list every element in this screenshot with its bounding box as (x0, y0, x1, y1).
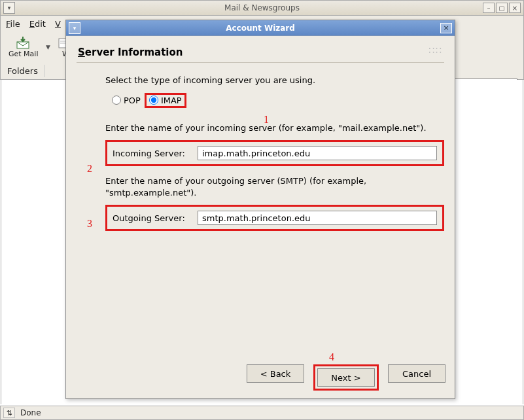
account-wizard-dialog: ▾ Account Wizard × Server Information ∷∷… (65, 20, 455, 399)
loading-indicator-icon: ∷∷ (428, 45, 443, 56)
statusbar: ⇅ Done (0, 406, 524, 420)
main-titlebar: ▾ Mail & Newsgroups – ▢ × (0, 0, 524, 16)
annotation-2: 2 (87, 163, 92, 175)
main-window-title: Mail & Newsgroups (1, 3, 523, 12)
close-button[interactable]: × (509, 3, 521, 13)
dialog-footer: < Back Next > Cancel (247, 364, 445, 391)
incoming-type-instruction: Select the type of incoming server you a… (105, 75, 444, 86)
get-mail-button[interactable]: Get Mail (5, 35, 42, 60)
annotation-4: 4 (329, 351, 334, 363)
dialog-titlebar: ▾ Account Wizard × (66, 20, 455, 36)
imap-radio-option[interactable]: IMAP (147, 95, 184, 106)
back-button[interactable]: < Back (247, 364, 304, 383)
cancel-button[interactable]: Cancel (388, 364, 445, 383)
incoming-server-input[interactable] (198, 146, 437, 160)
maximize-button[interactable]: ▢ (496, 3, 508, 13)
annotation-box-4: Next > (313, 364, 379, 391)
menu-edit[interactable]: Edit (29, 19, 46, 29)
pop-radio[interactable] (112, 96, 121, 105)
annotation-box-1: IMAP (145, 93, 186, 108)
online-status-icon[interactable]: ⇅ (3, 408, 15, 418)
menu-file[interactable]: File (6, 19, 20, 29)
status-text: Done (20, 408, 41, 417)
pop-radio-option[interactable]: POP (112, 96, 141, 105)
outgoing-server-input[interactable] (198, 211, 437, 225)
menu-view-partial[interactable]: V (55, 19, 61, 29)
next-button[interactable]: Next > (317, 368, 375, 387)
section-heading: Server Information (77, 46, 444, 58)
outgoing-server-instruction: Enter the name of your outgoing server (… (105, 175, 444, 198)
incoming-server-row: Incoming Server: (105, 140, 444, 166)
annotation-3: 3 (87, 218, 92, 230)
incoming-server-instruction: Enter the name of your incoming server (… (105, 122, 444, 134)
dialog-title: Account Wizard (66, 24, 455, 33)
minimize-button[interactable]: – (483, 3, 495, 13)
separator (77, 62, 444, 63)
outgoing-server-row: Outgoing Server: (105, 205, 444, 231)
incoming-server-label: Incoming Server: (113, 149, 191, 158)
mail-download-icon (16, 37, 31, 50)
dialog-close-button[interactable]: × (440, 23, 452, 33)
outgoing-server-label: Outgoing Server: (113, 213, 191, 223)
annotation-1: 1 (264, 114, 269, 126)
folders-tab[interactable]: Folders (1, 65, 45, 77)
server-type-radio-group: POP IMAP (112, 93, 444, 108)
imap-radio[interactable] (149, 96, 158, 105)
toolbar-dropdown-icon[interactable]: ▼ (44, 44, 51, 50)
